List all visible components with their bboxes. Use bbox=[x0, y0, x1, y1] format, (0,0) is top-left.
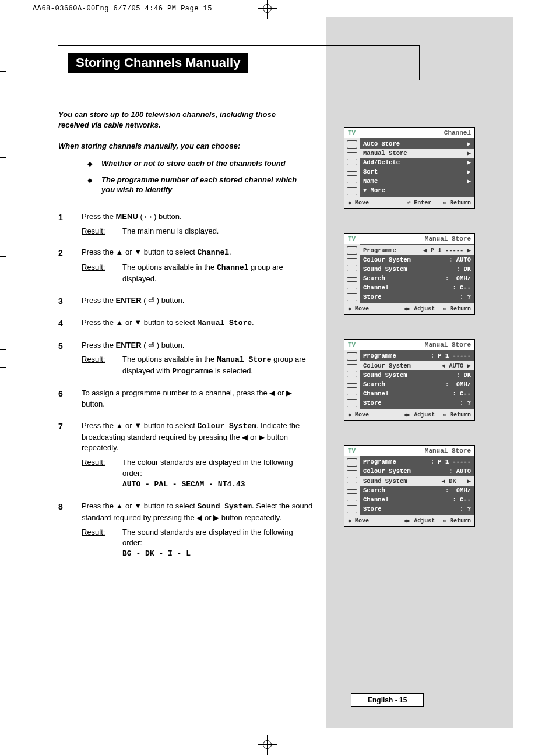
step-number: 2 bbox=[58, 247, 82, 285]
osd-panel-manual-store-2: TVManual StoreProgramme: P 1 -----Colour… bbox=[344, 339, 475, 421]
step-3: 3 Press the ENTER ( ⏎ ) button. bbox=[58, 295, 315, 307]
bullet-list: Whether or not to store each of the chan… bbox=[87, 158, 303, 195]
intro-text: You can store up to 100 television chann… bbox=[58, 109, 303, 130]
osd-panel-manual-store-1: TVManual StoreProgramme◀ P 1 ----- ▶Colo… bbox=[344, 233, 475, 315]
step-2: 2 Press the ▲ or ▼ button to select Chan… bbox=[58, 247, 315, 285]
step-text: Press the MENU ( ▭ ) button. bbox=[82, 211, 315, 222]
step-result: Result: The sound standards are displaye… bbox=[82, 527, 315, 560]
step-text: Press the ▲ or ▼ button to select Manual… bbox=[82, 317, 315, 329]
osd-panel-manual-store-3: TVManual StoreProgramme: P 1 -----Colour… bbox=[344, 445, 475, 527]
crop-tick-icon bbox=[0, 175, 6, 175]
title-box: Storing Channels Manually bbox=[58, 45, 420, 80]
step-1: 1 Press the MENU ( ▭ ) button. Result: T… bbox=[58, 211, 315, 237]
step-result: Result: The main menu is displayed. bbox=[82, 226, 315, 237]
page-title: Storing Channels Manually bbox=[68, 53, 248, 73]
step-5: 5 Press the ENTER ( ⏎ ) button. Result: … bbox=[58, 340, 315, 378]
crop-tick-icon bbox=[0, 367, 6, 368]
bullet-item: Whether or not to store each of the chan… bbox=[87, 158, 303, 169]
crop-tick-icon bbox=[0, 349, 6, 350]
step-number: 5 bbox=[58, 340, 82, 378]
page-number: English - 15 bbox=[351, 693, 424, 707]
steps: 1 Press the MENU ( ▭ ) button. Result: T… bbox=[58, 211, 315, 560]
step-8: 8 Press the ▲ or ▼ button to select Soun… bbox=[58, 501, 315, 560]
step-text: Press the ▲ or ▼ button to select Colour… bbox=[82, 421, 315, 454]
registration-mark-icon bbox=[261, 2, 274, 15]
step-number: 1 bbox=[58, 211, 82, 237]
step-number: 3 bbox=[58, 295, 82, 307]
step-text: Press the ▲ or ▼ button to select Channe… bbox=[82, 247, 315, 259]
registration-mark-icon bbox=[261, 739, 274, 751]
step-result: Result: The colour standards are display… bbox=[82, 457, 315, 490]
step-result: Result: The options available in the Man… bbox=[82, 354, 315, 377]
imprint-header: AA68-03660A-00Eng 6/7/05 4:46 PM Page 15 bbox=[33, 5, 212, 13]
crop-tick-icon bbox=[0, 478, 6, 478]
step-6: 6 To assign a programme number to a chan… bbox=[58, 388, 315, 410]
step-number: 6 bbox=[58, 388, 82, 410]
bullet-item: The programme number of each stored chan… bbox=[87, 175, 303, 195]
step-number: 4 bbox=[58, 317, 82, 329]
step-result: Result: The options available in the Cha… bbox=[82, 262, 315, 285]
crop-rule-icon bbox=[523, 0, 523, 13]
step-7: 7 Press the ▲ or ▼ button to select Colo… bbox=[58, 421, 315, 490]
crop-tick-icon bbox=[0, 157, 6, 158]
step-text: Press the ▲ or ▼ button to select Sound … bbox=[82, 501, 315, 524]
crop-tick-icon bbox=[0, 256, 6, 257]
crop-tick-icon bbox=[0, 71, 6, 72]
osd-column: TVChannelAuto Store▶Manual Store▶Add/Del… bbox=[344, 127, 475, 551]
step-text: Press the ENTER ( ⏎ ) button. bbox=[82, 340, 315, 351]
step-text: Press the ENTER ( ⏎ ) button. bbox=[82, 295, 315, 306]
step-4: 4 Press the ▲ or ▼ button to select Manu… bbox=[58, 317, 315, 329]
step-text: To assign a programme number to a channe… bbox=[82, 388, 315, 410]
osd-panel-channel: TVChannelAuto Store▶Manual Store▶Add/Del… bbox=[344, 127, 475, 209]
step-number: 8 bbox=[58, 501, 82, 560]
step-number: 7 bbox=[58, 421, 82, 490]
